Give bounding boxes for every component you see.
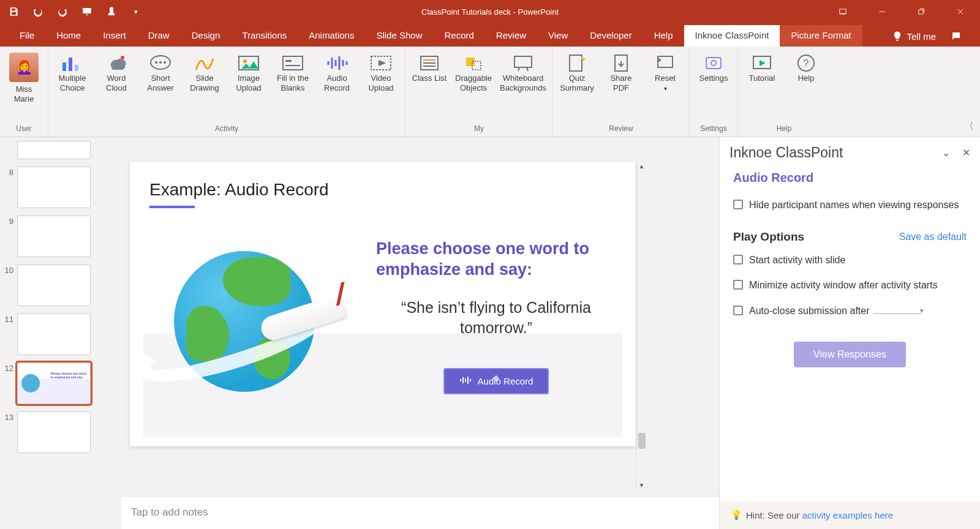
tab-slideshow[interactable]: Slide Show [365, 25, 433, 47]
tab-developer[interactable]: Developer [579, 25, 643, 47]
lightbulb-icon: 💡 [731, 509, 742, 520]
quick-access-toolbar: ▾ [6, 4, 143, 19]
settings-button[interactable]: Settings [695, 50, 733, 83]
help-icon: ? [794, 53, 818, 73]
redo-icon[interactable] [55, 4, 70, 19]
scrollbar-thumb[interactable] [638, 433, 646, 449]
tab-home[interactable]: Home [45, 25, 92, 47]
auto-close-dropdown[interactable] [873, 313, 921, 314]
qat-more-icon[interactable]: ▾ [129, 4, 143, 19]
tab-review[interactable]: Review [485, 25, 537, 47]
start-with-slide-checkbox[interactable]: Start activity with slide [733, 247, 967, 273]
svg-point-9 [164, 61, 166, 64]
thumbnail-slide-10[interactable]: 10 [2, 264, 115, 306]
checkbox-icon[interactable] [733, 200, 743, 209]
image-icon [236, 53, 261, 73]
vertical-scrollbar[interactable]: ▲ ▼ [636, 162, 647, 490]
tell-me[interactable]: Tell me [880, 26, 980, 47]
svg-point-8 [159, 61, 162, 64]
thumbnail-slide-12[interactable]: 12Please choose one wordto emphasize and… [2, 362, 115, 404]
slide-drawing-button[interactable]: Slide Drawing [186, 50, 224, 92]
help-button[interactable]: ?Help [787, 50, 825, 83]
save-icon[interactable] [6, 4, 21, 19]
whiteboard-backgrounds-button[interactable]: Whiteboard Backgrounds [499, 50, 548, 92]
tab-view[interactable]: View [537, 25, 579, 47]
comments-icon[interactable] [951, 31, 962, 42]
share-pdf-button[interactable]: Share PDF [602, 50, 640, 92]
present-icon[interactable] [80, 4, 94, 19]
tab-insert[interactable]: Insert [92, 25, 137, 47]
close-icon[interactable] [947, 2, 974, 21]
slide-title-text: Example: Audio Record [149, 180, 616, 200]
multiple-choice-button[interactable]: Multiple Choice [53, 50, 91, 92]
image-upload-button[interactable]: Image Upload [230, 50, 268, 92]
thumbnail-preview[interactable]: Please choose one wordto emphasize and s… [17, 362, 91, 404]
thumbnail-preview[interactable] [17, 167, 91, 208]
tab-record[interactable]: Record [433, 25, 484, 47]
ribbon-user-profile[interactable]: 👩‍🦰 Miss Marie [5, 50, 43, 103]
view-responses-button[interactable]: View Responses [794, 342, 906, 367]
thumbnail-preview[interactable] [17, 141, 91, 159]
pane-close-icon[interactable]: ✕ [962, 147, 970, 159]
scroll-down-icon[interactable]: ▼ [639, 482, 645, 489]
slide-title-underline [149, 206, 195, 208]
fill-blanks-button[interactable]: Fill in the Blanks [274, 50, 312, 92]
auto-close-checkbox[interactable]: Auto-close submission after [733, 298, 967, 324]
hide-names-checkbox[interactable]: Hide participant names when viewing resp… [733, 192, 967, 218]
tab-design[interactable]: Design [181, 25, 232, 47]
ribbon-group-label: Activity [53, 122, 400, 137]
classpoint-task-pane: Inknoe ClassPoint ⌄ ✕ Audio Record Hide … [719, 137, 980, 529]
pane-menu-icon[interactable]: ⌄ [942, 147, 950, 159]
scroll-up-icon[interactable]: ▲ [639, 163, 645, 170]
quiz-summary-button[interactable]: Quiz Summary [558, 50, 596, 92]
save-default-link[interactable]: Save as default [899, 231, 967, 242]
checkbox-icon[interactable] [733, 306, 743, 315]
tab-file[interactable]: File [9, 25, 45, 47]
thumbnail-slide-13[interactable]: 13 [2, 411, 115, 453]
tab-animations[interactable]: Animations [298, 25, 365, 47]
thumbnail-slide-current[interactable] [2, 141, 115, 159]
tab-draw[interactable]: Draw [137, 25, 181, 47]
svg-point-35 [711, 61, 716, 66]
thumbnail-preview[interactable] [17, 264, 91, 306]
touch-mode-icon[interactable] [104, 4, 119, 19]
collapse-ribbon-icon[interactable]: 〈 [964, 120, 974, 133]
hint-link[interactable]: activity examples here [802, 510, 893, 520]
minimize-icon[interactable] [869, 2, 895, 21]
checkbox-icon[interactable] [733, 280, 743, 290]
restore-icon[interactable] [908, 2, 935, 21]
svg-rect-1 [919, 10, 923, 14]
tab-help[interactable]: Help [643, 25, 684, 47]
tab-classpoint[interactable]: Inknoe ClassPoint [684, 25, 780, 47]
display-options-icon[interactable] [829, 2, 856, 21]
checkbox-icon[interactable] [733, 255, 743, 264]
thumbnail-preview[interactable] [17, 411, 91, 453]
reset-button[interactable]: Reset▾ [646, 50, 684, 92]
thumbnail-preview[interactable] [17, 313, 91, 355]
thumbnail-slide-9[interactable]: 9 [2, 216, 115, 257]
notes-pane[interactable]: Tap to add notes [121, 496, 719, 529]
slide-thumbnails-panel[interactable]: 89101112Please choose one wordto emphasi… [0, 137, 121, 529]
svg-rect-13 [285, 60, 292, 62]
tab-picture-format[interactable]: Picture Format [780, 25, 862, 47]
main-area: 89101112Please choose one wordto emphasi… [0, 137, 980, 529]
audio-record-slide-button[interactable]: ✥ Audio Record [443, 368, 549, 394]
short-answer-button[interactable]: Short Answer [141, 50, 179, 92]
minimize-window-checkbox[interactable]: Minimize activity window after activity … [733, 272, 967, 298]
slide-canvas[interactable]: Example: Audio Record Please choose one … [130, 162, 636, 446]
ribbon-group-label: Review [558, 122, 684, 137]
audio-record-button[interactable]: Audio Record [318, 50, 356, 92]
tab-transitions[interactable]: Transitions [231, 25, 298, 47]
tutorial-button[interactable]: Tutorial [743, 50, 781, 83]
video-upload-button[interactable]: Video Upload [362, 50, 400, 92]
svg-point-5 [121, 56, 124, 59]
thumbnail-preview[interactable] [17, 216, 91, 257]
class-list-button[interactable]: Class List [410, 50, 448, 83]
pane-subtitle: Audio Record [720, 163, 980, 186]
tell-me-label: Tell me [907, 31, 936, 42]
draggable-objects-button[interactable]: Draggable Objects [454, 50, 492, 92]
word-cloud-button[interactable]: Word Cloud [97, 50, 135, 92]
thumbnail-slide-8[interactable]: 8 [2, 167, 115, 208]
undo-icon[interactable] [31, 4, 45, 19]
thumbnail-slide-11[interactable]: 11 [2, 313, 115, 355]
